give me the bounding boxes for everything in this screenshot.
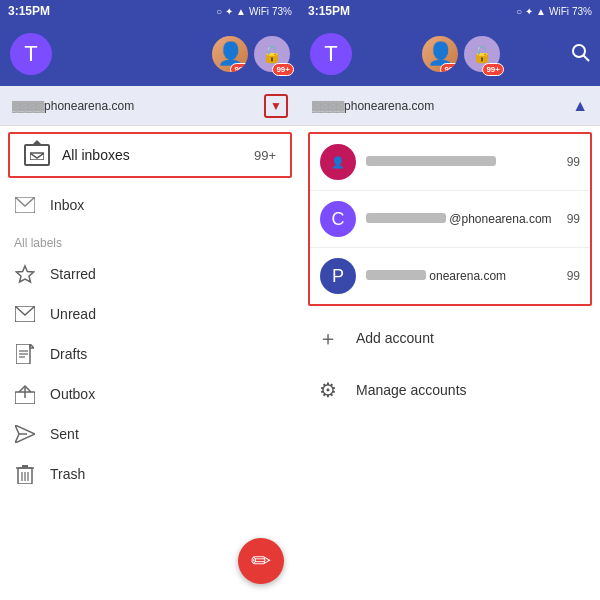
account-email-gmail (366, 155, 563, 169)
inbox-svg-icon (30, 150, 44, 160)
left-panel: 3:15PM ○ ✦ ▲ WiFi 73% T 👤 99+ 🔓 99+ ▓▓▓▓… (0, 0, 300, 600)
header-avatars-left: 👤 99+ 🔓 99+ (212, 36, 290, 72)
avatar-photo-right[interactable]: 👤 99+ (422, 36, 458, 72)
time-left: 3:15PM (8, 4, 50, 18)
search-icon-right[interactable] (570, 42, 590, 67)
svg-marker-2 (17, 266, 34, 282)
dropdown-arrow-left[interactable]: ▼ (264, 94, 288, 118)
badge-lock-left: 99+ (272, 63, 294, 76)
circle-icon-r: ○ (516, 6, 522, 17)
manage-accounts-item[interactable]: ⚙ Manage accounts (300, 364, 600, 416)
time-right: 3:15PM (308, 4, 350, 18)
outbox-icon (14, 383, 36, 405)
account-avatar-p: P (320, 258, 356, 294)
all-inboxes-count: 99+ (254, 148, 276, 163)
account-count-gmail: 99 (567, 155, 580, 169)
wifi-icon-r: WiFi (549, 6, 569, 17)
header-right: T 👤 99+ 🔓 99+ (300, 22, 600, 86)
status-icons-left: ○ ✦ ▲ WiFi 73% (216, 6, 292, 17)
avatar-lock-left[interactable]: 🔓 99+ (254, 36, 290, 72)
nav-item-outbox[interactable]: Outbox (0, 374, 300, 414)
account-email-p: onearena.com (366, 269, 563, 283)
account-bar-right[interactable]: ▓▓▓▓phonearena.com ▲ (300, 86, 600, 126)
all-labels-heading: All labels (0, 226, 300, 254)
circle-icon: ○ (216, 6, 222, 17)
account-item-c[interactable]: C @phonearena.com 99 (310, 191, 590, 248)
all-inboxes-icon (24, 144, 50, 166)
nav-item-trash[interactable]: Trash (0, 454, 300, 494)
drafts-label: Drafts (50, 346, 87, 362)
avatar-main-right[interactable]: T (310, 33, 352, 75)
badge-lock-right: 99+ (482, 63, 504, 76)
compose-fab-left[interactable]: ✏ (238, 538, 284, 584)
svg-line-19 (584, 55, 590, 61)
badge-photo-left: 99+ (230, 63, 248, 72)
account-avatar-c: C (320, 201, 356, 237)
battery-icon-r: 73% (572, 6, 592, 17)
avatar-lock-right[interactable]: 🔓 99+ (464, 36, 500, 72)
manage-accounts-label: Manage accounts (356, 382, 467, 398)
signal-icon: ▲ (236, 6, 246, 17)
envelope-icon (14, 303, 36, 325)
header-avatars-right: 👤 99+ 🔓 99+ (422, 36, 500, 72)
nav-item-starred[interactable]: Starred (0, 254, 300, 294)
avatar-main-left[interactable]: T (10, 33, 52, 75)
wifi-icon: WiFi (249, 6, 269, 17)
manage-accounts-icon: ⚙ (314, 376, 342, 404)
account-count-c: 99 (567, 212, 580, 226)
account-list: 👤 99 C @phonearena.com 99 P onearena.com… (308, 132, 592, 306)
all-inboxes-row[interactable]: All inboxes 99+ (8, 132, 292, 178)
badge-photo-right: 99+ (440, 63, 458, 72)
nav-item-unread[interactable]: Unread (0, 294, 300, 334)
starred-label: Starred (50, 266, 96, 282)
status-bar-right: 3:15PM ○ ✦ ▲ WiFi 73% (300, 0, 600, 22)
inbox-row-icon (14, 194, 36, 216)
account-item-p[interactable]: P onearena.com 99 (310, 248, 590, 304)
account-bar-left[interactable]: ▓▓▓▓phonearena.com ▼ (0, 86, 300, 126)
avatar-photo-left[interactable]: 👤 99+ (212, 36, 248, 72)
star-icon (14, 263, 36, 285)
account-email-c: @phonearena.com (366, 212, 563, 226)
add-account-label: Add account (356, 330, 434, 346)
trash-label: Trash (50, 466, 85, 482)
right-panel: 3:15PM ○ ✦ ▲ WiFi 73% T 👤 99+ 🔓 99+ (300, 0, 600, 600)
account-item-gmail[interactable]: 👤 99 (310, 134, 590, 191)
svg-point-18 (573, 45, 585, 57)
nav-item-drafts[interactable]: Drafts (0, 334, 300, 374)
signal-icon-r: ▲ (536, 6, 546, 17)
up-arrow-right[interactable]: ▲ (572, 97, 588, 115)
unread-label: Unread (50, 306, 96, 322)
all-inboxes-label: All inboxes (62, 147, 254, 163)
battery-icon: 73% (272, 6, 292, 17)
account-email-right: ▓▓▓▓phonearena.com (312, 99, 434, 113)
bluetooth-icon-r: ✦ (525, 6, 533, 17)
add-account-icon: ＋ (314, 324, 342, 352)
account-count-p: 99 (567, 269, 580, 283)
sent-icon (14, 423, 36, 445)
nav-item-sent[interactable]: Sent (0, 414, 300, 454)
outbox-label: Outbox (50, 386, 95, 402)
inbox-label: Inbox (50, 197, 84, 213)
account-email-left: ▓▓▓▓phonearena.com (12, 99, 134, 113)
bluetooth-icon: ✦ (225, 6, 233, 17)
inbox-row[interactable]: Inbox (0, 184, 300, 226)
draft-icon (14, 343, 36, 365)
status-bar-left: 3:15PM ○ ✦ ▲ WiFi 73% (0, 0, 300, 22)
header-left: T 👤 99+ 🔓 99+ (0, 22, 300, 86)
trash-icon (14, 463, 36, 485)
status-icons-right: ○ ✦ ▲ WiFi 73% (516, 6, 592, 17)
sent-label: Sent (50, 426, 79, 442)
inbox-icon (15, 197, 35, 213)
add-account-item[interactable]: ＋ Add account (300, 312, 600, 364)
account-avatar-gmail: 👤 (320, 144, 356, 180)
